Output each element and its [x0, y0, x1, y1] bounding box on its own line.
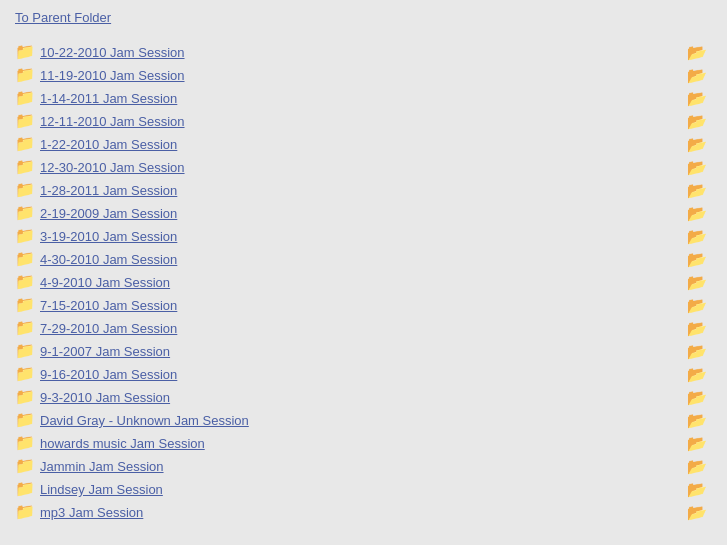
folder-icon: 📁: [15, 504, 35, 522]
folder-link[interactable]: 1-28-2011 Jam Session: [40, 183, 687, 198]
folder-link[interactable]: 4-9-2010 Jam Session: [40, 275, 687, 290]
folder-icon: 📁: [15, 90, 35, 108]
folder-link[interactable]: 7-15-2010 Jam Session: [40, 298, 687, 313]
folder-item: 📁3-19-2010 Jam Session📂: [15, 225, 712, 248]
folder-link[interactable]: Lindsey Jam Session: [40, 482, 687, 497]
folder-right-icon: 📂: [687, 480, 712, 499]
folder-icon: 📁: [15, 228, 35, 246]
folder-icon: 📁: [15, 412, 35, 430]
folder-item: 📁7-29-2010 Jam Session📂: [15, 317, 712, 340]
folder-link[interactable]: David Gray - Unknown Jam Session: [40, 413, 687, 428]
folder-link[interactable]: 4-30-2010 Jam Session: [40, 252, 687, 267]
folder-link[interactable]: 2-19-2009 Jam Session: [40, 206, 687, 221]
folder-icon: 📁: [15, 458, 35, 476]
folder-right-icon: 📂: [687, 181, 712, 200]
folder-right-icon: 📂: [687, 434, 712, 453]
folder-right-icon: 📂: [687, 342, 712, 361]
folder-link[interactable]: 12-30-2010 Jam Session: [40, 160, 687, 175]
folder-link[interactable]: howards music Jam Session: [40, 436, 687, 451]
folder-item: 📁9-3-2010 Jam Session📂: [15, 386, 712, 409]
folder-icon: 📁: [15, 297, 35, 315]
folder-right-icon: 📂: [687, 112, 712, 131]
folder-link[interactable]: 9-16-2010 Jam Session: [40, 367, 687, 382]
folder-list: 📁10-22-2010 Jam Session📂📁11-19-2010 Jam …: [15, 41, 712, 524]
folder-icon: 📁: [15, 274, 35, 292]
folder-right-icon: 📂: [687, 66, 712, 85]
folder-link[interactable]: 1-22-2010 Jam Session: [40, 137, 687, 152]
folder-item: 📁7-15-2010 Jam Session📂: [15, 294, 712, 317]
folder-right-icon: 📂: [687, 365, 712, 384]
folder-item: 📁1-28-2011 Jam Session📂: [15, 179, 712, 202]
folder-icon: 📁: [15, 113, 35, 131]
folder-item: 📁Lindsey Jam Session📂: [15, 478, 712, 501]
folder-right-icon: 📂: [687, 457, 712, 476]
folder-right-icon: 📂: [687, 158, 712, 177]
folder-link[interactable]: 9-1-2007 Jam Session: [40, 344, 687, 359]
folder-icon: 📁: [15, 44, 35, 62]
folder-link[interactable]: 9-3-2010 Jam Session: [40, 390, 687, 405]
folder-link[interactable]: Jammin Jam Session: [40, 459, 687, 474]
folder-right-icon: 📂: [687, 43, 712, 62]
folder-item: 📁Jammin Jam Session📂: [15, 455, 712, 478]
folder-right-icon: 📂: [687, 296, 712, 315]
folder-item: 📁4-9-2010 Jam Session📂: [15, 271, 712, 294]
folder-icon: 📁: [15, 251, 35, 269]
folder-item: 📁howards music Jam Session📂: [15, 432, 712, 455]
folder-right-icon: 📂: [687, 204, 712, 223]
folder-link[interactable]: 10-22-2010 Jam Session: [40, 45, 687, 60]
folder-right-icon: 📂: [687, 503, 712, 522]
folder-link[interactable]: 1-14-2011 Jam Session: [40, 91, 687, 106]
folder-right-icon: 📂: [687, 250, 712, 269]
folder-item: 📁9-1-2007 Jam Session📂: [15, 340, 712, 363]
folder-item: 📁mp3 Jam Session📂: [15, 501, 712, 524]
folder-link[interactable]: 3-19-2010 Jam Session: [40, 229, 687, 244]
folder-right-icon: 📂: [687, 135, 712, 154]
parent-folder-link[interactable]: To Parent Folder: [15, 10, 712, 25]
folder-link[interactable]: mp3 Jam Session: [40, 505, 687, 520]
folder-icon: 📁: [15, 67, 35, 85]
folder-item: 📁David Gray - Unknown Jam Session📂: [15, 409, 712, 432]
folder-item: 📁9-16-2010 Jam Session📂: [15, 363, 712, 386]
folder-item: 📁1-22-2010 Jam Session📂: [15, 133, 712, 156]
folder-right-icon: 📂: [687, 319, 712, 338]
folder-icon: 📁: [15, 435, 35, 453]
folder-link[interactable]: 11-19-2010 Jam Session: [40, 68, 687, 83]
folder-icon: 📁: [15, 159, 35, 177]
folder-link[interactable]: 7-29-2010 Jam Session: [40, 321, 687, 336]
folder-icon: 📁: [15, 366, 35, 384]
folder-right-icon: 📂: [687, 89, 712, 108]
folder-icon: 📁: [15, 205, 35, 223]
folder-right-icon: 📂: [687, 273, 712, 292]
folder-link[interactable]: 12-11-2010 Jam Session: [40, 114, 687, 129]
folder-right-icon: 📂: [687, 388, 712, 407]
folder-item: 📁10-22-2010 Jam Session📂: [15, 41, 712, 64]
folder-item: 📁11-19-2010 Jam Session📂: [15, 64, 712, 87]
folder-icon: 📁: [15, 136, 35, 154]
folder-right-icon: 📂: [687, 411, 712, 430]
folder-icon: 📁: [15, 320, 35, 338]
folder-icon: 📁: [15, 389, 35, 407]
folder-icon: 📁: [15, 481, 35, 499]
folder-item: 📁2-19-2009 Jam Session📂: [15, 202, 712, 225]
folder-icon: 📁: [15, 182, 35, 200]
folder-icon: 📁: [15, 343, 35, 361]
folder-item: 📁1-14-2011 Jam Session📂: [15, 87, 712, 110]
folder-item: 📁4-30-2010 Jam Session📂: [15, 248, 712, 271]
folder-item: 📁12-11-2010 Jam Session📂: [15, 110, 712, 133]
folder-right-icon: 📂: [687, 227, 712, 246]
folder-item: 📁12-30-2010 Jam Session📂: [15, 156, 712, 179]
